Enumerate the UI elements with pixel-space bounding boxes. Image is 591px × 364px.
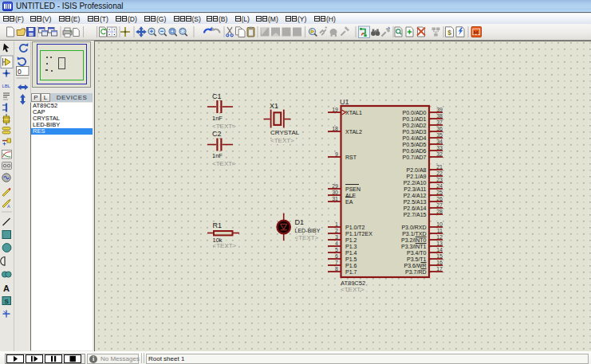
svg-text:P1.0/T2: P1.0/T2 <box>345 225 365 230</box>
svg-text:34: 34 <box>436 139 443 144</box>
svg-text:P0.2/AD2: P0.2/AD2 <box>403 123 427 128</box>
svg-text:11: 11 <box>437 228 443 233</box>
svg-text:25: 25 <box>436 190 443 195</box>
svg-text:P2.3/A11: P2.3/A11 <box>404 186 426 192</box>
svg-text:LBL: LBL <box>2 84 11 88</box>
svg-text:EA: EA <box>345 199 353 205</box>
svg-text:P0.5/AD5: P0.5/AD5 <box>403 142 427 147</box>
svg-text:1nF: 1nF <box>212 152 223 159</box>
svg-text:P0.7/AD7: P0.7/AD7 <box>403 155 427 160</box>
svg-text:<TEXT>: <TEXT> <box>212 123 236 130</box>
svg-text:16: 16 <box>436 260 443 265</box>
svg-text:R1: R1 <box>213 221 223 229</box>
svg-text:P2.6/A14: P2.6/A14 <box>404 205 427 211</box>
svg-text:CRYSTAL: CRYSTAL <box>270 129 300 136</box>
svg-text:P2.2/A10: P2.2/A10 <box>404 180 427 186</box>
svg-text:7: 7 <box>335 260 338 265</box>
svg-text:<TEXT>: <TEXT> <box>341 286 364 293</box>
svg-text:P0.3/AD3: P0.3/AD3 <box>403 129 427 135</box>
svg-text:D1: D1 <box>295 218 305 226</box>
svg-text:6: 6 <box>335 253 338 259</box>
svg-text:9: 9 <box>335 151 338 157</box>
svg-text:A: A <box>7 204 10 209</box>
svg-text:37: 37 <box>436 119 443 125</box>
svg-text:<TEXT>: <TEXT> <box>212 160 236 167</box>
svg-text:1nF: 1nF <box>212 115 223 122</box>
svg-text:$: $ <box>447 29 451 37</box>
svg-text:P2.0/A8: P2.0/A8 <box>407 167 427 173</box>
svg-text:4: 4 <box>335 241 338 246</box>
svg-text:10: 10 <box>436 221 443 227</box>
svg-text:24: 24 <box>436 183 443 189</box>
svg-text:36: 36 <box>436 126 443 131</box>
svg-text:A: A <box>3 284 10 293</box>
svg-text:<TEXT>: <TEXT> <box>295 234 319 241</box>
svg-text:27: 27 <box>436 202 443 208</box>
svg-text:29: 29 <box>332 183 338 189</box>
svg-text:5: 5 <box>335 247 338 252</box>
svg-text:P3.4/T0: P3.4/T0 <box>407 250 427 256</box>
svg-text:C2: C2 <box>212 130 222 138</box>
svg-text:39: 39 <box>436 107 443 112</box>
svg-text:14: 14 <box>436 247 443 252</box>
svg-text:23: 23 <box>436 177 443 182</box>
svg-text:XTAL1: XTAL1 <box>345 110 362 115</box>
svg-text:35: 35 <box>436 132 443 138</box>
svg-text:P3.2/INT0: P3.2/INT0 <box>401 237 427 243</box>
svg-text:P2.1/A9: P2.1/A9 <box>407 174 427 179</box>
svg-text:15: 15 <box>436 253 443 259</box>
svg-text:13: 13 <box>436 241 443 246</box>
svg-text:17: 17 <box>436 266 443 272</box>
svg-text:18: 18 <box>332 126 338 131</box>
svg-text:3: 3 <box>335 234 338 240</box>
svg-text:P2.5/A13: P2.5/A13 <box>404 199 427 205</box>
svg-text:P3.6/WR: P3.6/WR <box>404 263 426 268</box>
svg-text:S: S <box>5 298 10 305</box>
svg-text:2: 2 <box>335 228 338 233</box>
svg-text:P2.7/A15: P2.7/A15 <box>404 212 427 217</box>
svg-text:C1: C1 <box>212 92 222 100</box>
svg-text:1: 1 <box>335 221 338 227</box>
svg-text:P0.0/AD0: P0.0/AD0 <box>403 110 427 115</box>
svg-text:P3.7/RD: P3.7/RD <box>405 269 426 275</box>
svg-text:P1.4: P1.4 <box>345 250 357 256</box>
svg-text:21: 21 <box>436 164 443 170</box>
svg-text:RST: RST <box>345 155 357 160</box>
svg-text:0: 0 <box>18 68 22 76</box>
svg-text:P1.2: P1.2 <box>345 237 357 243</box>
svg-text:8: 8 <box>335 266 338 272</box>
svg-text:P3.3/INT1: P3.3/INT1 <box>401 244 427 249</box>
svg-text:<TEXT>: <TEXT> <box>213 242 237 249</box>
svg-text:P0.6/AD6: P0.6/AD6 <box>403 148 427 154</box>
svg-text:P1.5: P1.5 <box>345 256 357 262</box>
svg-text:33: 33 <box>436 145 443 151</box>
svg-text:LED-BIBY: LED-BIBY <box>295 228 321 233</box>
svg-text:P1.3: P1.3 <box>345 244 357 249</box>
svg-text:<TEXT>: <TEXT> <box>270 137 294 144</box>
svg-text:X1: X1 <box>270 102 278 110</box>
svg-text:U1: U1 <box>340 98 349 106</box>
svg-text:26: 26 <box>436 196 443 202</box>
svg-text:P1.1/T2EX: P1.1/T2EX <box>345 231 372 237</box>
svg-text:38: 38 <box>436 113 443 119</box>
svg-text:P1.6: P1.6 <box>345 263 357 268</box>
svg-text:22: 22 <box>436 170 443 176</box>
svg-text:P3.5/T1: P3.5/T1 <box>407 256 427 262</box>
svg-text:P0.4/AD4: P0.4/AD4 <box>403 135 427 141</box>
svg-text:30: 30 <box>332 190 338 195</box>
svg-text:P1.7: P1.7 <box>345 269 357 275</box>
svg-text:XTAL2: XTAL2 <box>345 129 362 135</box>
svg-text:P2.4/A12: P2.4/A12 <box>404 193 427 198</box>
svg-text:19: 19 <box>332 107 338 112</box>
svg-text:32: 32 <box>436 151 443 157</box>
svg-text:PSEN: PSEN <box>345 186 361 192</box>
svg-text:P3.0/RXD: P3.0/RXD <box>401 225 426 230</box>
svg-text:P0.1/AD1: P0.1/AD1 <box>403 116 427 122</box>
svg-text:12: 12 <box>436 234 443 240</box>
svg-text:28: 28 <box>436 209 443 214</box>
svg-text:31: 31 <box>332 196 338 202</box>
svg-text:P3.1/TXD: P3.1/TXD <box>402 231 426 237</box>
